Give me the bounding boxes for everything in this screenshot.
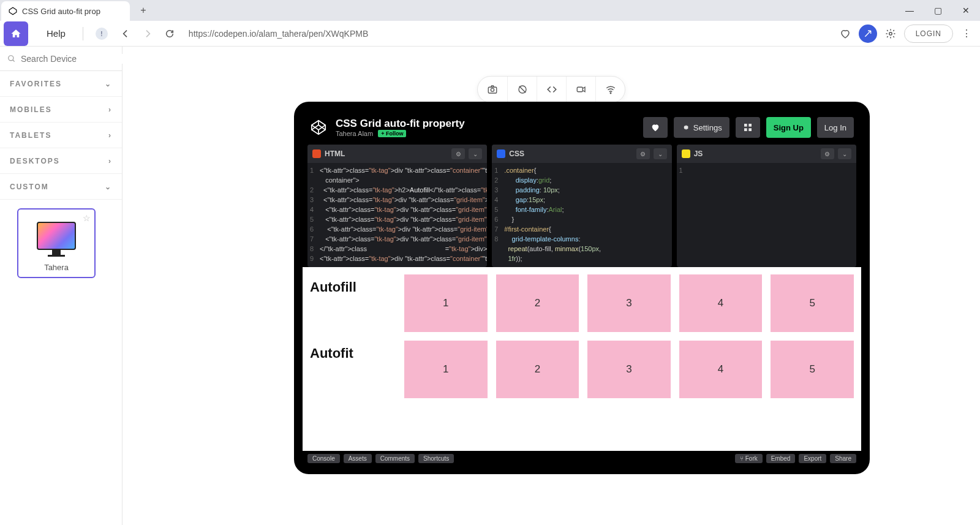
chevron-right-icon: › — [108, 105, 112, 114]
codepen-header: CSS Grid auto-fit property Tahera Alam +… — [303, 110, 861, 145]
chevron-right-icon: › — [108, 131, 112, 140]
export-button[interactable]: Export — [799, 454, 826, 463]
css-badge-icon — [497, 149, 505, 158]
address-bar[interactable]: https://codepen.io/alam_tahera/pen/XWqKP… — [183, 29, 832, 39]
custom-device-name: Tahera — [44, 263, 69, 272]
comments-button[interactable]: Comments — [375, 454, 415, 463]
svg-point-0 — [889, 32, 892, 35]
alert-badge[interactable]: ! — [96, 28, 108, 40]
settings-button[interactable]: Settings — [674, 117, 729, 138]
separator — [83, 27, 83, 40]
favorite-icon[interactable] — [835, 24, 855, 43]
browser-tab[interactable]: CSS Grid auto-fit prop — [1, 1, 130, 21]
shortcuts-button[interactable]: Shortcuts — [418, 454, 454, 463]
editor-dropdown-icon[interactable]: ⌄ — [469, 148, 482, 159]
editor-dropdown-icon[interactable]: ⌄ — [838, 148, 851, 159]
chevron-down-icon: ⌄ — [105, 80, 112, 88]
html-editor[interactable]: HTML ⚙ ⌄ 1<"tk-attr">class="tk-tag">div … — [307, 145, 487, 267]
preview-section: Autofit 12345 — [310, 341, 854, 398]
sidebar-tablets[interactable]: TABLETS › — [0, 123, 122, 148]
grid-item: 1 — [404, 274, 488, 332]
svg-point-1 — [9, 55, 13, 60]
fork-button[interactable]: ⑂ Fork — [735, 454, 763, 463]
sidebar-custom[interactable]: CUSTOM ⌄ — [0, 174, 122, 200]
signup-button[interactable]: Sign Up — [766, 117, 811, 138]
svg-point-6 — [610, 93, 611, 94]
grid-item: 5 — [771, 341, 854, 398]
js-badge-icon — [682, 149, 690, 158]
editor-dropdown-icon[interactable]: ⌄ — [654, 148, 667, 159]
grid-item: 3 — [587, 341, 671, 398]
chevron-right-icon: › — [108, 157, 112, 165]
preview-canvas: CSS Grid auto-fit property Tahera Alam +… — [123, 47, 980, 525]
html-badge-icon — [312, 149, 321, 158]
svg-rect-9 — [744, 128, 747, 131]
preview-title: Autofill — [310, 274, 396, 295]
grid-item: 1 — [404, 341, 488, 398]
search-icon — [7, 55, 16, 63]
network-icon[interactable] — [595, 77, 625, 102]
login-button[interactable]: Log In — [817, 117, 854, 138]
settings-icon[interactable] — [881, 24, 900, 43]
tab-title: CSS Grid auto-fit prop — [22, 7, 123, 16]
css-code[interactable]: 1.container{2 display:grid;3 padding: 10… — [492, 163, 671, 267]
grid-item: 4 — [679, 274, 763, 332]
sidebar-favorites[interactable]: FAVORITES ⌄ — [0, 71, 122, 97]
custom-device-card[interactable]: ☆ Tahera — [17, 208, 96, 278]
embed-button[interactable]: Embed — [766, 454, 796, 463]
reload-button[interactable] — [160, 25, 179, 43]
close-button[interactable]: ✕ — [952, 0, 980, 21]
back-button[interactable] — [116, 25, 135, 43]
star-icon[interactable]: ☆ — [83, 213, 91, 223]
home-button[interactable] — [4, 21, 28, 46]
pen-author[interactable]: Tahera Alam — [336, 130, 373, 137]
kebab-menu-icon[interactable]: ⋮ — [957, 24, 976, 43]
search-input[interactable] — [21, 54, 128, 64]
forward-button[interactable] — [138, 25, 157, 43]
preview-title: Autofit — [310, 341, 396, 361]
html-code[interactable]: 1<"tk-attr">class="tk-tag">div "tk-attr"… — [307, 163, 487, 267]
share-button[interactable]: Share — [830, 454, 856, 463]
browser-toolbar: Help ! https://codepen.io/alam_tahera/pe… — [0, 21, 980, 47]
help-button[interactable]: Help — [37, 28, 75, 39]
like-button[interactable] — [643, 117, 668, 138]
grid-item: 4 — [679, 341, 763, 398]
simulated-device: CSS Grid auto-fit property Tahera Alam +… — [294, 102, 870, 474]
js-code[interactable]: 1 — [677, 163, 856, 267]
search-row[interactable] — [0, 47, 122, 71]
view-button[interactable] — [736, 117, 760, 138]
monitor-icon — [37, 222, 76, 250]
grid-item: 2 — [496, 341, 579, 398]
sidebar-label: DESKTOPS — [10, 157, 60, 165]
rotate-icon[interactable] — [507, 77, 537, 102]
svg-rect-7 — [744, 124, 747, 127]
assets-button[interactable]: Assets — [344, 454, 372, 463]
editor-settings-icon[interactable]: ⚙ — [451, 148, 465, 159]
device-sidebar: FAVORITES ⌄ MOBILES › TABLETS › DESKTOPS… — [0, 47, 123, 525]
grid-item: 2 — [496, 274, 579, 332]
grid-item: 3 — [587, 274, 671, 332]
profile-button[interactable] — [859, 25, 877, 43]
inspect-icon[interactable] — [537, 77, 566, 102]
login-button[interactable]: LOGIN — [904, 25, 953, 43]
canvas-toolbar — [477, 76, 625, 103]
css-editor[interactable]: CSS ⚙ ⌄ 1.container{2 display:grid;3 pad… — [492, 145, 671, 267]
record-icon[interactable] — [566, 77, 595, 102]
sidebar-label: CUSTOM — [10, 183, 49, 191]
sidebar-label: MOBILES — [10, 105, 52, 114]
sidebar-mobiles[interactable]: MOBILES › — [0, 97, 122, 123]
svg-rect-5 — [577, 87, 582, 92]
editor-settings-icon[interactable]: ⚙ — [821, 148, 834, 159]
editor-row: HTML ⚙ ⌄ 1<"tk-attr">class="tk-tag">div … — [303, 145, 861, 267]
js-editor[interactable]: JS ⚙ ⌄ 1 — [677, 145, 856, 267]
codepen-logo-icon — [310, 119, 327, 136]
maximize-button[interactable]: ▢ — [924, 0, 952, 21]
follow-button[interactable]: + Follow — [378, 130, 406, 137]
console-button[interactable]: Console — [307, 454, 340, 463]
editor-settings-icon[interactable]: ⚙ — [636, 148, 650, 159]
minimize-button[interactable]: — — [895, 0, 924, 21]
new-tab-button[interactable]: + — [135, 2, 152, 19]
sidebar-desktops[interactable]: DESKTOPS › — [0, 148, 122, 174]
screenshot-icon[interactable] — [478, 77, 507, 102]
svg-rect-10 — [748, 128, 752, 131]
